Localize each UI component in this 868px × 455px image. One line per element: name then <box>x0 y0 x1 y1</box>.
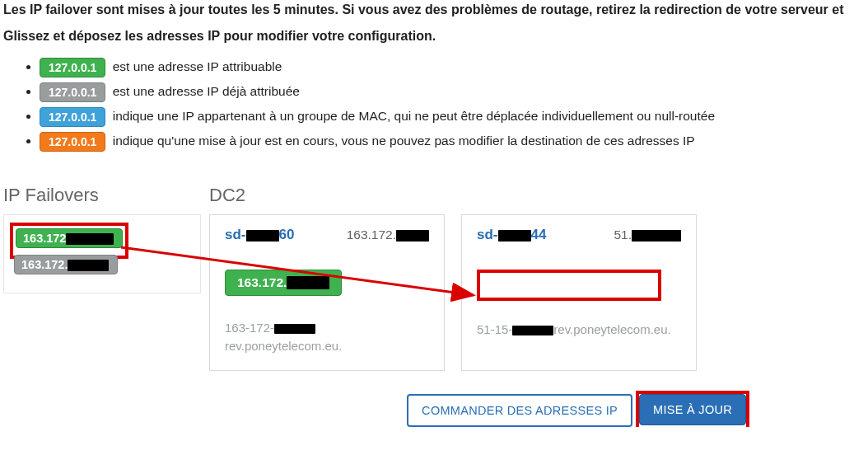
server-1-failover-ip[interactable]: 163.172. <box>225 270 342 296</box>
server-1-ip-slot[interactable]: 163.172. <box>225 270 429 299</box>
server-2-ip-slot[interactable] <box>477 270 681 301</box>
legend-text-blue: indique une IP appartenant à un groupe d… <box>113 109 715 123</box>
legend-text-green: est une adresse IP attribuable <box>113 59 282 73</box>
legend-text-gray: est une adresse IP déjà attribuée <box>113 84 300 98</box>
server-primary-ip-1: 163.172. <box>347 228 429 242</box>
legend-badge-green: 127.0.0.1 <box>40 58 105 77</box>
failovers-card: 163.172 163.172. <box>3 214 201 293</box>
legend-badge-blue: 127.0.0.1 <box>40 107 105 127</box>
failovers-title: IP Failovers <box>3 185 201 206</box>
legend-item-blue: 127.0.0.1 indique une IP appartenant à u… <box>40 107 865 127</box>
server-name-1[interactable]: sd-60 <box>225 227 294 243</box>
legend-item-orange: 127.0.0.1 indique qu'une mise à jour est… <box>40 132 865 152</box>
legend-item-green: 127.0.0.1 est une adresse IP attribuable <box>40 58 865 77</box>
legend-badge-orange: 127.0.0.1 <box>40 132 105 152</box>
server-1-reverse-dns: 163-172-rev.poneytelecom.eu. <box>225 319 429 355</box>
update-button[interactable]: MISE À JOUR <box>639 394 746 425</box>
failover-ip-1[interactable]: 163.172 <box>16 228 123 248</box>
server-card-1: sd-60 163.172. 163.172. 163-172-rev.pone… <box>209 214 445 371</box>
intro-line-1: Les IP failover sont mises à jour toutes… <box>3 0 865 20</box>
server-2-reverse-dns: 51-15-rev.poneytelecom.eu. <box>477 321 681 339</box>
dc-title: DC2 <box>209 185 865 206</box>
annotation-drop-target <box>477 270 661 301</box>
legend-list: 127.0.0.1 est une adresse IP attribuable… <box>3 58 865 152</box>
server-name-2[interactable]: sd-44 <box>477 227 546 243</box>
intro-line-2: Glissez et déposez les adresses IP pour … <box>3 26 865 46</box>
legend-badge-gray: 127.0.0.1 <box>40 82 105 102</box>
server-primary-ip-2: 51. <box>614 228 681 242</box>
server-card-2: sd-44 51. 51-15-rev.poneytelecom.eu. <box>461 214 697 371</box>
legend-item-gray: 127.0.0.1 est une adresse IP déjà attrib… <box>40 82 865 102</box>
failover-ip-2[interactable]: 163.172. <box>14 255 118 274</box>
legend-text-orange: indique qu'une mise à jour est en cours,… <box>113 134 695 148</box>
order-ip-button[interactable]: COMMANDER DES ADRESSES IP <box>407 394 632 427</box>
